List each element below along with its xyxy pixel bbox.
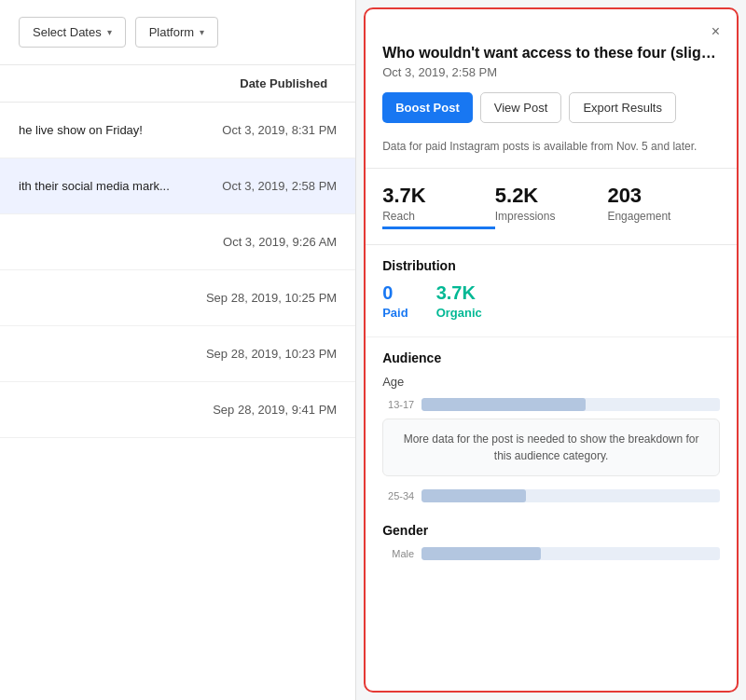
card-date: Oct 3, 2019, 2:58 PM — [382, 65, 720, 79]
stats-row: 3.7K Reach 5.2K Impressions 203 Engageme… — [366, 169, 737, 245]
age-bar-fill-1317 — [421, 398, 586, 411]
table-rows: he live show on Friday! Oct 3, 2019, 8:3… — [0, 103, 355, 700]
more-data-notice: More data for the post is needed to show… — [382, 419, 720, 476]
card-close-row: × — [382, 24, 720, 39]
gender-label-male: Male — [382, 548, 414, 559]
age-label-1317: 13-17 — [382, 399, 414, 410]
card-title: Who wouldn't want access to these four (… — [382, 45, 720, 62]
row-date: Oct 3, 2019, 9:26 AM — [223, 235, 337, 249]
table-row[interactable]: Sep 28, 2019, 10:23 PM — [0, 326, 355, 382]
chevron-down-icon: ▾ — [107, 27, 112, 37]
select-dates-label: Select Dates — [33, 25, 102, 39]
age-bar-bg-2534 — [421, 489, 720, 502]
distribution-title: Distribution — [382, 258, 720, 273]
age-bar-fill-2534 — [421, 489, 526, 502]
detail-card: × Who wouldn't want access to these four… — [364, 7, 739, 693]
gender-section: Gender Male — [366, 523, 737, 581]
table-header: Date Published — [0, 65, 355, 103]
row-date: Oct 3, 2019, 8:31 PM — [222, 123, 337, 137]
left-panel: Select Dates ▾ Platform ▾ Date Published… — [0, 0, 356, 700]
card-notice: Data for paid Instagram posts is availab… — [382, 132, 720, 157]
card-actions: Boost Post View Post Export Results — [382, 92, 720, 123]
engagement-value: 203 — [607, 184, 720, 208]
age-label-2534: 25-34 — [382, 490, 414, 501]
impressions-value: 5.2K — [495, 184, 608, 208]
chevron-down-icon: ▾ — [200, 27, 204, 37]
stat-reach[interactable]: 3.7K Reach — [382, 184, 495, 229]
close-button[interactable]: × — [711, 24, 720, 39]
dist-paid: 0 Paid — [382, 282, 408, 320]
organic-label: Organic — [436, 306, 482, 320]
stat-impressions[interactable]: 5.2K Impressions — [495, 184, 608, 229]
select-dates-button[interactable]: Select Dates ▾ — [19, 17, 126, 48]
row-title: ith their social media mark... — [19, 179, 170, 193]
platform-label: Platform — [149, 25, 194, 39]
reach-value: 3.7K — [382, 184, 495, 208]
toolbar: Select Dates ▾ Platform ▾ — [0, 0, 355, 65]
dist-organic: 3.7K Organic — [436, 282, 482, 320]
table-row[interactable]: Sep 28, 2019, 10:25 PM — [0, 270, 355, 326]
row-date: Sep 28, 2019, 9:41 PM — [213, 403, 337, 417]
row-title: he live show on Friday! — [19, 123, 143, 137]
view-post-button[interactable]: View Post — [480, 92, 562, 123]
boost-post-button[interactable]: Boost Post — [382, 92, 473, 123]
table-row[interactable]: Oct 3, 2019, 9:26 AM — [0, 214, 355, 270]
card-header: × Who wouldn't want access to these four… — [366, 9, 737, 169]
gender-bar-row-male: Male — [382, 547, 720, 560]
age-bar-row-2534: 25-34 — [382, 489, 720, 502]
row-date: Sep 28, 2019, 10:25 PM — [206, 291, 337, 305]
reach-label: Reach — [382, 210, 495, 223]
age-bar-bg-1317 — [421, 398, 720, 411]
paid-value: 0 — [382, 282, 408, 304]
date-published-header: Date Published — [240, 76, 327, 90]
gender-bar-bg-male — [421, 547, 720, 560]
table-row[interactable]: he live show on Friday! Oct 3, 2019, 8:3… — [0, 103, 355, 158]
stat-engagement[interactable]: 203 Engagement — [607, 184, 720, 229]
row-date: Sep 28, 2019, 10:23 PM — [206, 347, 337, 361]
age-bar-row-1317: 13-17 — [382, 398, 720, 411]
audience-section: Audience Age 13-17 More data for the pos… — [366, 337, 737, 523]
platform-button[interactable]: Platform ▾ — [135, 17, 218, 48]
table-row[interactable]: ith their social media mark... Oct 3, 20… — [0, 158, 355, 214]
audience-title: Audience — [382, 350, 720, 365]
row-date: Oct 3, 2019, 2:58 PM — [222, 179, 337, 193]
export-results-button[interactable]: Export Results — [569, 92, 676, 123]
gender-bar-fill-male — [421, 547, 541, 560]
impressions-label: Impressions — [495, 210, 608, 223]
gender-title: Gender — [382, 523, 720, 538]
table-row[interactable]: Sep 28, 2019, 9:41 PM — [0, 382, 355, 438]
organic-value: 3.7K — [436, 282, 482, 304]
age-subtitle: Age — [382, 375, 720, 389]
distribution-section: Distribution 0 Paid 3.7K Organic — [366, 245, 737, 337]
engagement-label: Engagement — [607, 210, 720, 223]
dist-row: 0 Paid 3.7K Organic — [382, 282, 720, 320]
paid-label: Paid — [382, 306, 408, 320]
